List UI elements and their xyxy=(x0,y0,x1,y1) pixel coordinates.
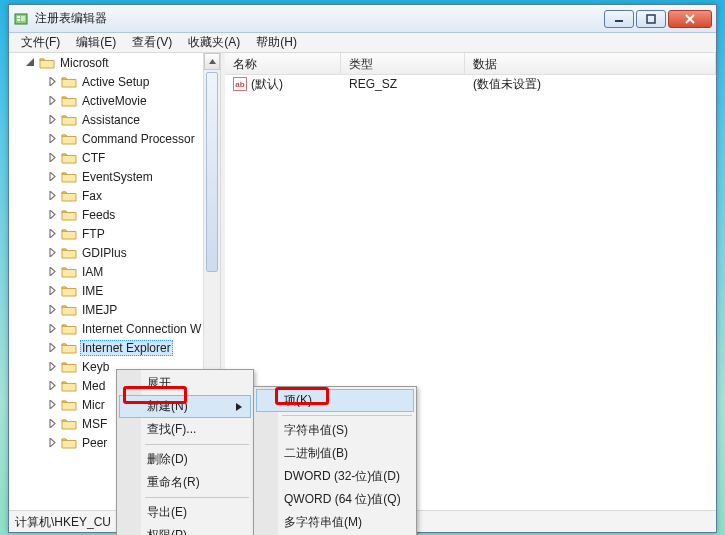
tree-item[interactable]: GDIPlus xyxy=(9,243,220,262)
ctx-export[interactable]: 导出(E) xyxy=(119,501,251,524)
toggle-icon[interactable] xyxy=(47,114,58,125)
new-key[interactable]: 项(K) xyxy=(256,389,414,412)
toggle-icon[interactable] xyxy=(47,342,58,353)
ctx-new[interactable]: 新建(N) xyxy=(119,395,251,418)
toggle-icon[interactable] xyxy=(47,399,58,410)
tree-label: CTF xyxy=(80,151,107,165)
tree-item[interactable]: FTP xyxy=(9,224,220,243)
new-binary[interactable]: 二进制值(B) xyxy=(256,442,414,465)
new-string[interactable]: 字符串值(S) xyxy=(256,419,414,442)
ctx-rename[interactable]: 重命名(R) xyxy=(119,471,251,494)
folder-icon xyxy=(61,398,77,412)
tree-label: Peer xyxy=(80,436,109,450)
toggle-icon[interactable] xyxy=(25,57,36,68)
col-name[interactable]: 名称 xyxy=(225,53,341,74)
toggle-icon[interactable] xyxy=(47,76,58,87)
titlebar[interactable]: 注册表编辑器 xyxy=(9,5,716,33)
tree-item[interactable]: Internet Connection W xyxy=(9,319,220,338)
context-menu[interactable]: 展开 新建(N) 查找(F)... 删除(D) 重命名(R) 导出(E) 权限(… xyxy=(116,369,254,535)
separator xyxy=(145,444,249,445)
toggle-icon[interactable] xyxy=(47,323,58,334)
toggle-icon[interactable] xyxy=(47,171,58,182)
svg-rect-3 xyxy=(21,16,25,21)
new-qword[interactable]: QWORD (64 位)值(Q) xyxy=(256,488,414,511)
new-multistring[interactable]: 多字符串值(M) xyxy=(256,511,414,534)
toggle-icon[interactable] xyxy=(47,437,58,448)
svg-rect-2 xyxy=(17,19,20,21)
svg-rect-5 xyxy=(647,15,655,23)
tree-item[interactable]: Feeds xyxy=(9,205,220,224)
col-type[interactable]: 类型 xyxy=(341,53,465,74)
svg-marker-26 xyxy=(50,400,55,409)
close-button[interactable] xyxy=(668,10,712,28)
folder-icon xyxy=(61,379,77,393)
tree-item[interactable]: ActiveMovie xyxy=(9,91,220,110)
new-dword[interactable]: DWORD (32-位)值(D) xyxy=(256,465,414,488)
tree-label: Internet Explorer xyxy=(80,340,173,356)
tree-label: IAM xyxy=(80,265,105,279)
svg-marker-19 xyxy=(50,267,55,276)
tree-label: FTP xyxy=(80,227,107,241)
ctx-delete[interactable]: 删除(D) xyxy=(119,448,251,471)
tree-item[interactable]: Internet Explorer xyxy=(9,338,220,357)
maximize-button[interactable] xyxy=(636,10,666,28)
toggle-icon[interactable] xyxy=(47,418,58,429)
toggle-icon[interactable] xyxy=(47,152,58,163)
tree-label: Feeds xyxy=(80,208,117,222)
toggle-icon[interactable] xyxy=(47,190,58,201)
scroll-up-button[interactable] xyxy=(204,53,220,70)
toggle-icon[interactable] xyxy=(47,133,58,144)
toggle-icon[interactable] xyxy=(47,247,58,258)
svg-marker-8 xyxy=(26,58,34,66)
string-value-icon: ab xyxy=(233,77,247,91)
menu-view[interactable]: 查看(V) xyxy=(124,32,180,53)
svg-marker-20 xyxy=(50,286,55,295)
folder-icon xyxy=(61,208,77,222)
window-title: 注册表编辑器 xyxy=(35,10,602,27)
tree-item[interactable]: Command Processor xyxy=(9,129,220,148)
app-icon xyxy=(13,11,29,27)
tree-item[interactable]: EventSystem xyxy=(9,167,220,186)
tree-label: Active Setup xyxy=(80,75,151,89)
ctx-permissions[interactable]: 权限(P)... xyxy=(119,524,251,535)
col-data[interactable]: 数据 xyxy=(465,53,716,74)
tree-root[interactable]: Microsoft xyxy=(9,53,220,72)
ctx-new-label: 新建(N) xyxy=(147,399,188,413)
toggle-icon[interactable] xyxy=(47,95,58,106)
toggle-icon[interactable] xyxy=(47,304,58,315)
tree-item[interactable]: IME xyxy=(9,281,220,300)
tree-item[interactable]: CTF xyxy=(9,148,220,167)
minimize-button[interactable] xyxy=(604,10,634,28)
menu-file[interactable]: 文件(F) xyxy=(13,32,68,53)
folder-icon xyxy=(61,132,77,146)
svg-marker-24 xyxy=(50,362,55,371)
folder-icon xyxy=(61,94,77,108)
menu-edit[interactable]: 编辑(E) xyxy=(68,32,124,53)
scroll-thumb[interactable] xyxy=(206,72,218,272)
tree-item[interactable]: IMEJP xyxy=(9,300,220,319)
new-submenu[interactable]: 项(K) 字符串值(S) 二进制值(B) DWORD (32-位)值(D) QW… xyxy=(253,386,417,535)
tree-item[interactable]: IAM xyxy=(9,262,220,281)
folder-icon xyxy=(61,284,77,298)
folder-icon xyxy=(61,360,77,374)
ctx-expand[interactable]: 展开 xyxy=(119,372,251,395)
tree-label: GDIPlus xyxy=(80,246,129,260)
menu-favorites[interactable]: 收藏夹(A) xyxy=(180,32,248,53)
toggle-icon[interactable] xyxy=(47,361,58,372)
toggle-icon[interactable] xyxy=(47,285,58,296)
list-row[interactable]: ab (默认) REG_SZ (数值未设置) xyxy=(225,75,716,93)
tree-item[interactable]: Active Setup xyxy=(9,72,220,91)
toggle-icon[interactable] xyxy=(47,209,58,220)
ctx-find[interactable]: 查找(F)... xyxy=(119,418,251,441)
tree-label: ActiveMovie xyxy=(80,94,149,108)
folder-icon xyxy=(61,227,77,241)
tree-item[interactable]: Fax xyxy=(9,186,220,205)
folder-icon xyxy=(39,56,55,70)
tree-label: Assistance xyxy=(80,113,142,127)
toggle-icon[interactable] xyxy=(47,380,58,391)
toggle-icon[interactable] xyxy=(47,266,58,277)
svg-marker-18 xyxy=(50,248,55,257)
menu-help[interactable]: 帮助(H) xyxy=(248,32,305,53)
tree-item[interactable]: Assistance xyxy=(9,110,220,129)
toggle-icon[interactable] xyxy=(47,228,58,239)
